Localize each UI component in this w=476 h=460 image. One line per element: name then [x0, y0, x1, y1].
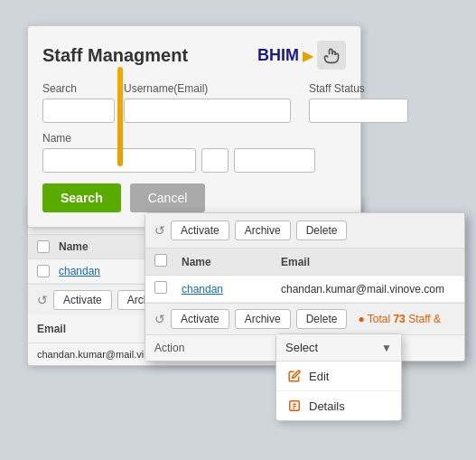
dropdown-menu: Select ▼ Edit Details: [275, 333, 402, 421]
status-field-group: Staff Status: [309, 82, 408, 123]
search-panel: Staff Managment BHIM ▶ Search Username(E…: [27, 25, 361, 228]
header-checkbox: [154, 254, 173, 269]
edit-icon: [287, 369, 302, 383]
details-icon: [287, 399, 302, 413]
search-row: Search Username(Email) Staff Status: [42, 82, 346, 123]
email-column-header: Email: [281, 256, 455, 268]
middle-name-input[interactable]: [201, 148, 229, 173]
name-column-header: Name: [182, 256, 272, 268]
username-field-group: Username(Email): [124, 82, 291, 123]
table-footer: ↺ Activate Archive Delete ● Total 73 Sta…: [145, 303, 464, 334]
action-label: Action: [154, 342, 184, 354]
last-name-input[interactable]: [234, 148, 315, 173]
footer-delete-button[interactable]: Delete: [296, 309, 348, 329]
search-label: Search: [42, 82, 115, 95]
refresh-icon[interactable]: ↺: [154, 223, 165, 238]
accent-bar: [117, 67, 123, 166]
footer-activate-button[interactable]: Activate: [171, 309, 229, 329]
row-name[interactable]: chandan: [182, 283, 272, 296]
dropdown-item-details[interactable]: Details: [276, 391, 401, 420]
tap-icon: [317, 41, 346, 70]
details-label: Details: [309, 399, 345, 413]
delete-button[interactable]: Delete: [296, 221, 348, 240]
button-row: Search Cancel: [42, 183, 346, 212]
chevron-down-icon: ▼: [381, 342, 392, 354]
dropdown-select-label: Select: [285, 341, 318, 354]
footer-refresh-icon[interactable]: ↺: [154, 312, 165, 326]
dropdown-item-edit[interactable]: Edit: [276, 361, 401, 391]
activate-button[interactable]: Activate: [171, 221, 229, 240]
bhim-logo: BHIM ▶: [257, 41, 346, 70]
username-label: Username(Email): [124, 82, 291, 95]
table-row: chandan chandan.kumar@mail.vinove.com: [145, 276, 464, 303]
total-info: ● Total 73 Staff &: [358, 313, 441, 325]
search-field-group: Search: [42, 82, 115, 123]
name-label: Name: [42, 132, 346, 145]
row-email: chandan.kumar@mail.vinove.com: [281, 283, 455, 296]
back-bottom-activate[interactable]: Activate: [53, 290, 112, 310]
footer-archive-button[interactable]: Archive: [235, 309, 291, 329]
total-count: 73: [393, 313, 405, 325]
username-input[interactable]: [124, 99, 291, 123]
back-bottom-refresh: ↺: [37, 293, 48, 307]
panel-header: Staff Managment BHIM ▶: [42, 41, 346, 70]
bhim-text: BHIM: [257, 46, 299, 65]
dropdown-select[interactable]: Select ▼: [276, 334, 401, 361]
row-checkbox[interactable]: [154, 281, 173, 296]
cancel-button[interactable]: Cancel: [130, 183, 206, 212]
archive-button[interactable]: Archive: [235, 221, 291, 240]
search-button[interactable]: Search: [42, 183, 121, 212]
back-name-value[interactable]: chandan: [59, 265, 131, 277]
edit-label: Edit: [309, 370, 329, 383]
status-input[interactable]: [309, 99, 408, 123]
back-name-col-header: Name: [59, 240, 131, 253]
table-header: Name Email: [145, 249, 464, 276]
name-row: Name: [42, 132, 346, 173]
bhim-arrow-icon: ▶: [303, 47, 313, 64]
results-toolbar: ↺ Activate Archive Delete: [145, 213, 464, 249]
back-row-check: [37, 265, 50, 277]
status-label: Staff Status: [309, 82, 408, 95]
name-inputs: [42, 148, 346, 173]
panel-title: Staff Managment: [42, 45, 188, 66]
back-header-check: [37, 240, 50, 253]
search-input[interactable]: [42, 99, 115, 123]
